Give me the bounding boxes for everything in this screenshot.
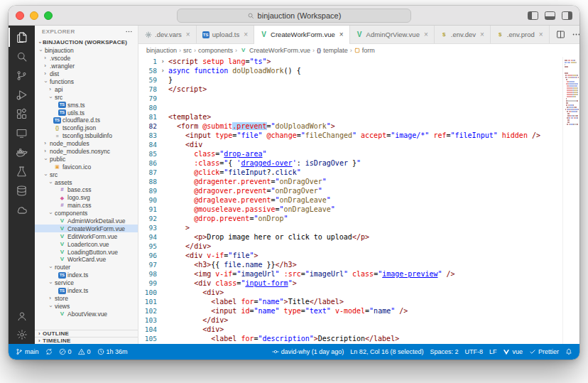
- tree-item-main-css[interactable]: #main.css: [35, 202, 138, 210]
- tree-item-vscode[interactable]: ›.vscode: [35, 55, 138, 63]
- section-header-timeline[interactable]: ›TIMELINE: [35, 337, 138, 344]
- section-header-outline[interactable]: ›OUTLINE: [35, 330, 138, 337]
- split-editor-icon[interactable]: [556, 30, 565, 39]
- activity-item-remote-explorer[interactable]: [9, 124, 35, 143]
- line-number[interactable]: 82: [138, 122, 167, 131]
- line-number[interactable]: 105: [138, 334, 167, 343]
- close-icon[interactable]: ×: [424, 31, 428, 38]
- line-number[interactable]: 99: [138, 279, 167, 288]
- line-number[interactable]: 59: [138, 75, 167, 85]
- close-icon[interactable]: ×: [480, 31, 484, 38]
- fold-collapsed-icon[interactable]: ›: [161, 66, 165, 75]
- code-line[interactable]: :class="{ 'dragged-over': isDragOver }": [168, 158, 562, 168]
- tab-upload-ts[interactable]: TSupload.ts×: [197, 26, 254, 43]
- line-number[interactable]: 102: [138, 306, 167, 315]
- code-line[interactable]: </script>: [168, 85, 562, 94]
- line-number[interactable]: 101: [138, 297, 167, 306]
- activity-item-source-control[interactable]: [9, 66, 35, 85]
- tree-item-components[interactable]: ›components: [35, 210, 138, 217]
- code-line[interactable]: @dragleave.prevent="onDragLeave": [168, 195, 562, 205]
- code-line[interactable]: <div: [168, 140, 562, 149]
- activity-item-testing[interactable]: [9, 162, 35, 181]
- tab-createworkform-vue[interactable]: VCreateWorkForm.vue×: [254, 26, 349, 43]
- code-line[interactable]: class="drop-area": [168, 149, 562, 158]
- tab-adminqrview-vue[interactable]: VAdminQrView.vue×: [350, 26, 435, 43]
- code-line[interactable]: <img v-if="imageUrl" :src="imageUrl" cla…: [168, 269, 562, 279]
- tree-item-index-ts[interactable]: TSindex.ts: [35, 287, 138, 295]
- code-line[interactable]: async function doUploadWork() {: [168, 66, 562, 75]
- breadcrumb-components[interactable]: components: [198, 47, 233, 54]
- breadcrumb-binjauction[interactable]: binjauction: [146, 47, 177, 54]
- code-line[interactable]: <p>Drop image here or click to upload</p…: [168, 232, 562, 242]
- tree-item-createworkform-vue[interactable]: VCreateWorkForm.vue: [35, 225, 138, 232]
- line-number[interactable]: 90: [138, 195, 167, 205]
- code-line[interactable]: <input type="file" @change="fileChanged"…: [168, 131, 562, 140]
- views-more-actions-icon[interactable]: [125, 28, 133, 36]
- breadcrumb-template[interactable]: {}template: [317, 47, 348, 54]
- activity-item-extensions[interactable]: [9, 104, 35, 124]
- close-icon[interactable]: ×: [339, 31, 344, 38]
- tree-item-api[interactable]: ›api: [35, 85, 138, 93]
- toggle-sidebar-icon[interactable]: [528, 11, 538, 20]
- code-line[interactable]: <form @submit.prevent="doUploadWork">: [168, 122, 562, 131]
- line-number[interactable]: 83: [138, 131, 167, 140]
- tree-item-router[interactable]: ›router: [35, 264, 138, 271]
- code-line[interactable]: @dragenter.prevent="onDragOver": [168, 177, 562, 186]
- line-number[interactable]: 84: [138, 140, 167, 149]
- line-number[interactable]: 91: [138, 205, 167, 214]
- activity-item-manage[interactable]: [9, 325, 35, 344]
- workspace-section-header[interactable]: › BINJAUCTION (WORKSPACE): [35, 38, 138, 47]
- tree-item-wrangler[interactable]: ›.wrangler: [35, 63, 138, 70]
- tree-item-sms-ts[interactable]: TSsms.ts: [35, 101, 138, 109]
- tree-item-src[interactable]: ›src: [35, 93, 138, 101]
- close-icon[interactable]: ×: [186, 31, 190, 38]
- activity-item-accounts[interactable]: [9, 307, 35, 325]
- breadcrumb-src[interactable]: src: [183, 47, 192, 54]
- toggle-panel-icon[interactable]: [545, 11, 555, 20]
- activity-item-docker[interactable]: [9, 143, 35, 162]
- activity-item-database[interactable]: [9, 181, 35, 200]
- code-line[interactable]: >: [168, 223, 562, 232]
- tab-dev-vars[interactable]: .dev.vars×: [138, 26, 197, 43]
- tree-item-adminworkdetail-vue[interactable]: VAdminWorkDetail.vue: [35, 217, 138, 225]
- line-number[interactable]: 92: [138, 214, 167, 223]
- tree-item-src[interactable]: ›src: [35, 171, 138, 178]
- line-number[interactable]: 85: [138, 149, 167, 158]
- tree-item-editworkform-vue[interactable]: VEditWorkForm.vue: [35, 232, 138, 240]
- code-editor[interactable]: 1›58›59787980818283848586878889909192939…: [138, 56, 579, 344]
- close-button[interactable]: [16, 11, 24, 20]
- status-indentation[interactable]: Spaces: 2: [430, 348, 458, 355]
- minimap[interactable]: [562, 57, 579, 344]
- status-notifications[interactable]: [565, 348, 572, 355]
- tree-item-functions[interactable]: ›functions: [35, 78, 138, 86]
- status-branch[interactable]: main: [16, 348, 39, 355]
- activity-item-cloudflare[interactable]: [9, 200, 35, 220]
- code-line[interactable]: <div>: [168, 288, 562, 297]
- tree-item-base-css[interactable]: #base.css: [35, 186, 138, 194]
- status-cursor-position[interactable]: Ln 82, Col 16 (8 selected): [350, 348, 423, 355]
- tree-item-loadericon-vue[interactable]: VLoaderIcon.vue: [35, 240, 138, 248]
- activity-item-search[interactable]: [9, 47, 35, 66]
- code-line[interactable]: @click="fileInput?.click": [168, 168, 562, 177]
- status-language-mode[interactable]: vue: [503, 348, 523, 355]
- fold-collapsed-icon[interactable]: ›: [161, 57, 165, 66]
- line-number[interactable]: 103: [138, 315, 167, 325]
- command-center[interactable]: binjauction (Workspace): [177, 9, 411, 23]
- status-eol[interactable]: LF: [489, 348, 497, 355]
- tree-item-index-ts[interactable]: TSindex.ts: [35, 271, 138, 279]
- code-line[interactable]: <div>: [168, 325, 562, 334]
- tree-item-tsconfig-tsbuildinfo[interactable]: ≡tsconfig.tsbuildinfo: [35, 132, 138, 140]
- code-line[interactable]: <label for="description">Description</la…: [168, 334, 562, 343]
- code-line[interactable]: @drop.prevent="onDrop": [168, 214, 562, 223]
- tree-item-dist[interactable]: ›dist: [35, 70, 138, 78]
- line-number[interactable]: 96: [138, 251, 167, 260]
- code-line[interactable]: <div class="input-form">: [168, 279, 562, 288]
- tree-item-logo-svg[interactable]: ◆logo.svg: [35, 194, 138, 202]
- tree-item-binjauction[interactable]: ›binjauction: [35, 47, 138, 55]
- tree-item-loadingbutton-vue[interactable]: VLoadingButton.vue: [35, 248, 138, 256]
- status-sync[interactable]: [45, 348, 53, 355]
- minimize-button[interactable]: [30, 11, 38, 20]
- line-number[interactable]: 100: [138, 288, 167, 297]
- tree-item-public[interactable]: ›public: [35, 155, 138, 163]
- tree-item-aboutview-vue[interactable]: VAboutView.vue: [35, 310, 138, 318]
